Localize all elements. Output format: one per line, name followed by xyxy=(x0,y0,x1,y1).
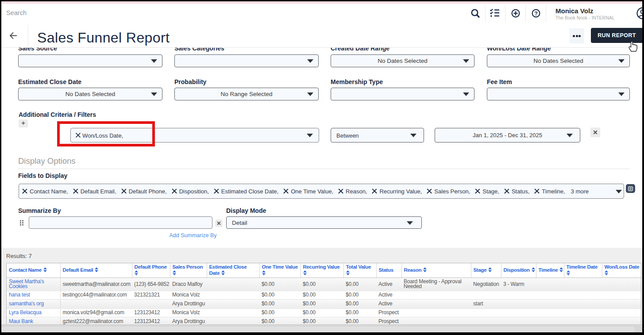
svg-text:?: ? xyxy=(534,11,538,17)
